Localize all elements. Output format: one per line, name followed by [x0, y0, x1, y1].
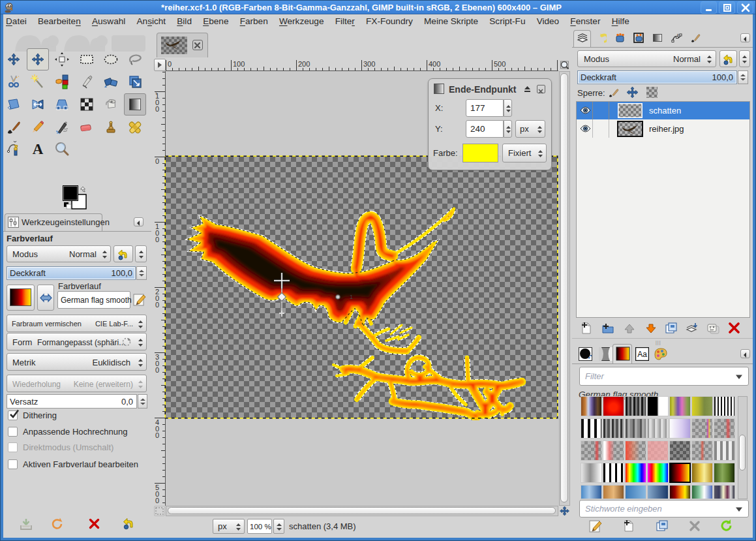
svg-text:0: 0	[155, 105, 159, 113]
svg-text:0: 0	[168, 60, 172, 68]
svg-text:300: 300	[363, 60, 375, 68]
svg-text:0: 0	[155, 431, 159, 439]
svg-text:1: 1	[350, 294, 353, 300]
svg-text:0: 0	[155, 497, 159, 504]
svg-text:400: 400	[429, 60, 440, 68]
svg-text:Aa: Aa	[637, 350, 647, 359]
svg-text:0: 0	[155, 301, 159, 309]
svg-text:0: 0	[155, 236, 159, 243]
svg-text:200: 200	[298, 60, 310, 68]
svg-text:500: 500	[494, 60, 506, 68]
svg-text:100: 100	[233, 60, 245, 68]
svg-text:0: 0	[155, 157, 159, 165]
svg-text:0: 0	[155, 366, 159, 374]
